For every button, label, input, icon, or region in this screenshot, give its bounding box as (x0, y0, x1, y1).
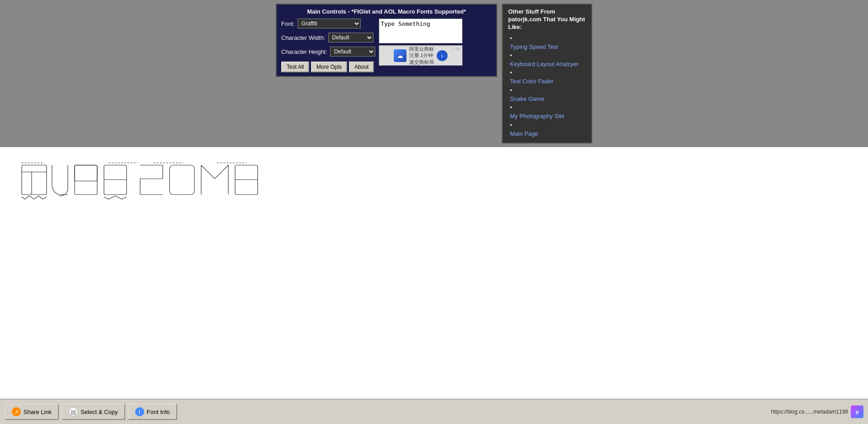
ascii-art-display: .graffiti { fill: none; stroke: #333; st… (14, 156, 854, 211)
right-inputs: 广告 ☁ 阿里云商标 注册,1分钟 递交商标局 › (379, 19, 462, 66)
copy-icon: ▤ (69, 407, 78, 416)
ad-label: 广告 (452, 47, 460, 52)
about-button[interactable]: About (349, 62, 374, 72)
font-select[interactable]: Graffiti (297, 19, 361, 29)
main-controls-title: Main Controls - *FIGlet and AOL Macro Fo… (281, 8, 492, 15)
url-text: https://blog.cs......metadam1198 (771, 409, 848, 415)
bottom-bar: ↗ Share Link ▤ Select & Copy i Font Info… (0, 399, 868, 424)
font-info-button[interactable]: i Font Info (128, 404, 177, 420)
list-item: Main Page (510, 122, 586, 139)
buttons-row: Test All More Opts About (281, 62, 375, 72)
bottom-url: https://blog.cs......metadam1198 p (771, 405, 863, 418)
typing-speed-link[interactable]: Typing Speed Test (510, 42, 586, 52)
left-rows: Font: Graffiti Character Width: Default … (281, 19, 375, 59)
list-item: Text Color Fader (510, 69, 586, 86)
svg-rect-11 (170, 165, 194, 195)
info-icon: i (135, 407, 144, 416)
list-item: My Photography Site (510, 104, 586, 121)
share-link-label: Share Link (24, 409, 52, 415)
other-stuff-panel: Other Stuff From patorjk.com That You Mi… (502, 4, 592, 143)
svg-rect-4 (22, 165, 47, 195)
more-opts-button[interactable]: More Opts (311, 62, 347, 72)
photography-link[interactable]: My Photography Site (510, 111, 586, 121)
text-color-fader-link[interactable]: Text Color Fader (510, 76, 586, 86)
top-bar: Main Controls - *FIGlet and AOL Macro Fo… (0, 0, 868, 147)
ad-text: 阿里云商标 注册,1分钟 递交商标局 (409, 46, 434, 65)
snake-game-link[interactable]: Snake Game (510, 94, 586, 104)
share-link-button[interactable]: ↗ Share Link (5, 404, 59, 420)
ad-arrow: › (437, 50, 448, 61)
char-height-row: Character Height: Default (281, 47, 375, 57)
ad-content: ☁ 阿里云商标 注册,1分钟 递交商标局 › (392, 45, 449, 66)
svg-rect-7 (75, 165, 97, 195)
char-width-select[interactable]: Default (328, 33, 373, 43)
font-info-label: Font Info (147, 409, 170, 415)
ad-area: 广告 ☁ 阿里云商标 注册,1分钟 递交商标局 › (379, 45, 462, 66)
main-page-link[interactable]: Main Page (510, 129, 586, 139)
char-height-select[interactable]: Default (330, 47, 375, 57)
main-controls-panel: Main Controls - *FIGlet and AOL Macro Fo… (276, 4, 497, 77)
text-input[interactable] (379, 19, 462, 43)
list-item: Snake Game (510, 87, 586, 104)
list-item: Typing Speed Test (510, 35, 586, 52)
select-copy-label: Select & Copy (80, 409, 118, 415)
font-label: Font: (281, 20, 295, 27)
svg-rect-8 (75, 165, 97, 181)
left-controls: Font: Graffiti Character Width: Default … (281, 19, 375, 72)
other-stuff-title: Other Stuff From patorjk.com That You Mi… (508, 8, 586, 31)
other-stuff-list: Typing Speed Test Keyboard Layout Analzy… (508, 35, 586, 139)
font-row: Font: Graffiti (281, 19, 375, 29)
main-content: .graffiti { fill: none; stroke: #333; st… (0, 147, 868, 399)
list-item: Keyboard Layout Analzyer (510, 52, 586, 69)
keyboard-layout-link[interactable]: Keyboard Layout Analzyer (510, 59, 586, 69)
patorjk-logo: p (851, 405, 863, 418)
ascii-art-svg: .graffiti { fill: none; stroke: #333; st… (14, 156, 285, 201)
char-width-label: Character Width: (281, 34, 326, 41)
ad-icon: ☁ (394, 49, 406, 62)
char-height-label: Character Height: (281, 48, 327, 55)
select-copy-button[interactable]: ▤ Select & Copy (61, 404, 125, 420)
share-icon: ↗ (12, 407, 21, 416)
char-width-row: Character Width: Default (281, 33, 375, 43)
test-all-button[interactable]: Test All (281, 62, 309, 72)
